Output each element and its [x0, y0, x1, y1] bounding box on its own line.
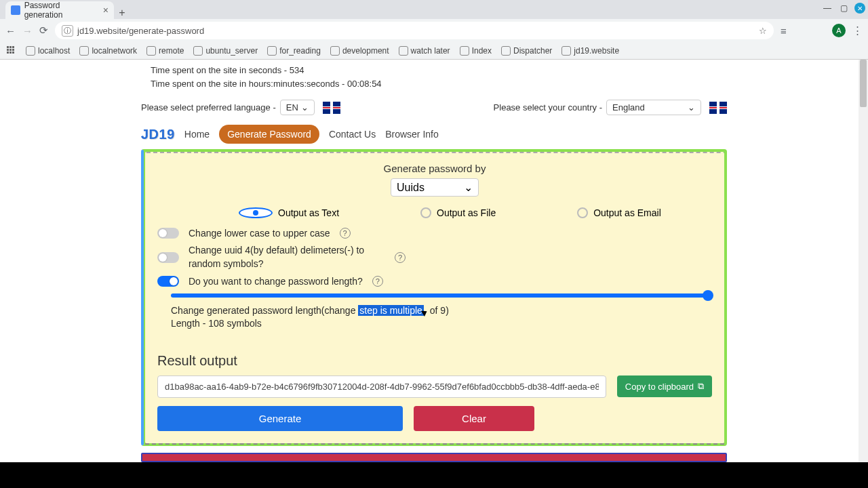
- result-heading: Result output: [157, 353, 712, 369]
- reload-icon[interactable]: ⟳: [39, 24, 48, 37]
- bookmark-icon: [330, 46, 340, 56]
- time-spent-block: Time spent on the site in seconds - 534 …: [0, 60, 868, 97]
- copy-to-clipboard-button[interactable]: Copy to clipboard⧉: [617, 375, 712, 397]
- nav-contact-us[interactable]: Contact Us: [329, 129, 376, 140]
- url-text: jd19.website/generate-password: [77, 26, 204, 36]
- radio-dot-icon: [239, 207, 273, 218]
- kebab-menu-icon[interactable]: ⋮: [852, 24, 863, 37]
- radio-dot-icon: [577, 207, 588, 218]
- radio-output-text[interactable]: Output as Text: [239, 207, 339, 218]
- browser-toolbar: ← → ⟳ ⓘ jd19.website/generate-password ☆…: [0, 19, 868, 42]
- length-slider-row: [157, 293, 712, 298]
- help-icon[interactable]: ?: [340, 228, 351, 239]
- flag-uk-icon: [709, 102, 727, 114]
- country-select[interactable]: England⌄: [606, 100, 701, 115]
- tab-title: Password generation: [24, 1, 99, 20]
- bookmark-development[interactable]: development: [330, 46, 389, 56]
- scrollbar[interactable]: [859, 60, 868, 462]
- bookmark-star-icon[interactable]: ☆: [759, 26, 767, 36]
- nav-home[interactable]: Home: [184, 129, 210, 140]
- address-bar[interactable]: ⓘ jd19.website/generate-password ☆: [55, 22, 774, 39]
- generator-card: Generate password by Uuids⌄ Output as Te…: [141, 149, 727, 446]
- bookmark-icon: [501, 46, 511, 56]
- chevron-down-icon: ⌄: [688, 102, 695, 113]
- clear-button[interactable]: Clear: [414, 406, 534, 431]
- generate-button[interactable]: Generate: [157, 406, 403, 431]
- bookmark-icon: [561, 46, 571, 56]
- bookmark-jd19[interactable]: jd19.website: [561, 46, 619, 56]
- output-radio-group: Output as Text Output as File Output as …: [157, 207, 712, 218]
- slider-thumb[interactable]: [703, 290, 713, 301]
- generate-by-select[interactable]: Uuids⌄: [391, 178, 479, 197]
- country-label: Please select your country -: [494, 102, 602, 113]
- browser-tab[interactable]: Password generation ×: [5, 1, 114, 19]
- radio-output-file[interactable]: Output as File: [420, 207, 496, 218]
- page-content: Time spent on the site in seconds - 534 …: [0, 60, 868, 462]
- option-delimiters-label: Change uuid 4(by default) delimeters(-) …: [189, 244, 385, 270]
- back-icon[interactable]: ←: [5, 25, 16, 37]
- bookmark-localnetwork[interactable]: localnetwork: [79, 46, 137, 56]
- bookmark-icon: [267, 46, 277, 56]
- scrollbar-thumb[interactable]: [860, 60, 867, 107]
- option-uppercase-row: Change lower case to upper case ?: [157, 228, 712, 239]
- footer-bar: [141, 453, 727, 462]
- bookmark-icon: [146, 46, 156, 56]
- bookmark-ubuntu-server[interactable]: ubuntu_server: [193, 46, 258, 56]
- option-delimiters-row: Change uuid 4(by default) delimeters(-) …: [157, 244, 712, 270]
- bookmark-icon: [26, 46, 35, 56]
- chevron-down-icon: ⌄: [464, 181, 473, 194]
- radio-dot-icon: [420, 207, 431, 218]
- bookmark-localhost[interactable]: localhost: [26, 46, 70, 56]
- toggle-change-length[interactable]: [157, 276, 179, 287]
- option-length-label: Do you want to change password length?: [189, 276, 363, 287]
- result-output-field[interactable]: [157, 375, 606, 398]
- bookmark-icon: [399, 46, 408, 56]
- locale-row: Please select preferred language - EN⌄ P…: [141, 97, 727, 121]
- browser-chrome: — ▢ ✕ Password generation × + ← → ⟳ ⓘ jd…: [0, 0, 868, 60]
- length-slider[interactable]: [171, 293, 712, 298]
- window-controls: — ▢ ✕: [822, 3, 865, 14]
- bookmark-index[interactable]: Index: [460, 46, 492, 56]
- chevron-down-icon: ⌄: [301, 102, 309, 113]
- option-length-row: Do you want to change password length? ?: [157, 276, 712, 287]
- minimize-icon[interactable]: —: [822, 3, 833, 14]
- nav-browser-info[interactable]: Browser Info: [385, 129, 439, 140]
- new-tab-button[interactable]: +: [114, 7, 130, 19]
- tab-close-icon[interactable]: ×: [103, 5, 108, 16]
- maximize-icon[interactable]: ▢: [838, 3, 849, 14]
- bookmark-dispatcher[interactable]: Dispatcher: [501, 46, 552, 56]
- option-uppercase-label: Change lower case to upper case: [189, 228, 330, 239]
- profile-avatar[interactable]: A: [832, 24, 846, 37]
- bookmark-icon: [460, 46, 469, 56]
- bookmark-for-reading[interactable]: for_reading: [267, 46, 321, 56]
- bookmark-icon: [193, 46, 203, 56]
- bookmark-watch-later[interactable]: watch later: [399, 46, 450, 56]
- brand-logo[interactable]: JD19: [141, 127, 175, 142]
- help-icon[interactable]: ?: [395, 252, 406, 263]
- toggle-uppercase[interactable]: [157, 228, 179, 239]
- bookmark-remote[interactable]: remote: [146, 46, 184, 56]
- language-select[interactable]: EN⌄: [280, 100, 315, 115]
- flag-uk-icon: [323, 102, 340, 114]
- forward-icon[interactable]: →: [22, 25, 33, 37]
- slider-caption: Change generated password length(change …: [157, 304, 712, 330]
- time-hms: Time spent on the site in hours:minutes:…: [151, 77, 868, 91]
- reading-list-icon[interactable]: ≡: [781, 25, 787, 37]
- close-window-icon[interactable]: ✕: [854, 3, 865, 14]
- language-label: Please select preferred language -: [141, 102, 276, 113]
- time-seconds: Time spent on the site in seconds - 534: [151, 64, 868, 77]
- main-nav: JD19 Home Generate Password Contact Us B…: [141, 125, 727, 144]
- radio-output-email[interactable]: Output as Email: [577, 207, 661, 218]
- toggle-delimiters[interactable]: [157, 252, 179, 263]
- apps-icon[interactable]: [7, 46, 16, 56]
- length-readout: Length - 108 symbols: [171, 318, 262, 329]
- bookmark-icon: [79, 46, 89, 56]
- site-info-icon[interactable]: ⓘ: [62, 25, 73, 37]
- bookmarks-bar: localhost localnetwork remote ubuntu_ser…: [0, 42, 868, 60]
- clipboard-icon: ⧉: [698, 381, 704, 392]
- tab-favicon-icon: [11, 5, 20, 15]
- help-icon[interactable]: ?: [372, 276, 383, 287]
- nav-generate-password[interactable]: Generate Password: [219, 125, 319, 144]
- generate-by-label: Generate password by: [157, 163, 712, 174]
- highlighted-text: step is multiple: [358, 305, 424, 316]
